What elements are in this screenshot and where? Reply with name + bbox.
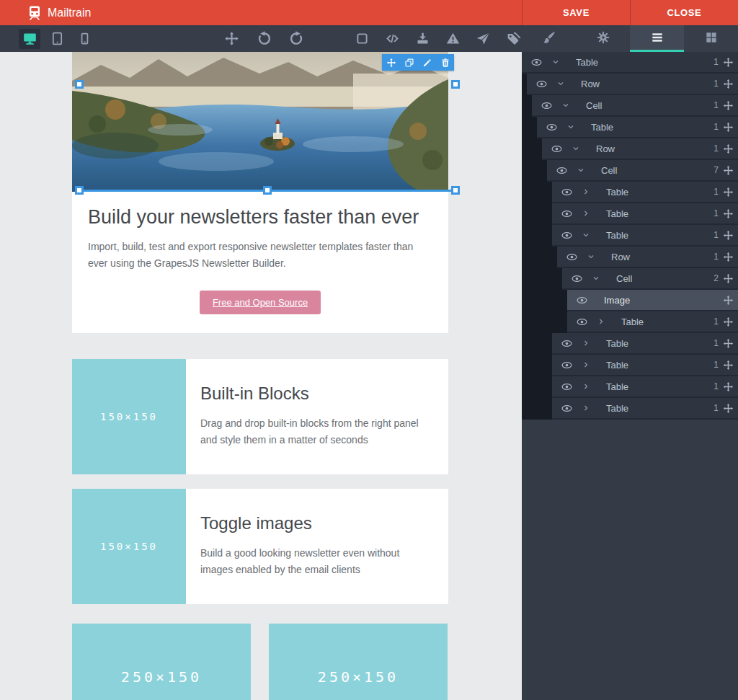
visibility-eye-icon[interactable] bbox=[561, 402, 573, 415]
layer-manager-button[interactable] bbox=[630, 25, 684, 52]
delete-component-button[interactable] bbox=[436, 54, 454, 71]
undo-button[interactable] bbox=[253, 29, 275, 49]
move-handle-icon[interactable] bbox=[723, 273, 734, 284]
move-handle-icon[interactable] bbox=[723, 360, 734, 371]
visibility-eye-icon[interactable] bbox=[571, 273, 583, 285]
layer-row-table[interactable]: Table1 bbox=[522, 225, 738, 247]
layer-row-cell[interactable]: Cell1 bbox=[522, 95, 738, 117]
layer-row-row[interactable]: Row1 bbox=[522, 138, 738, 160]
chevron-down-icon[interactable] bbox=[572, 144, 580, 153]
resize-handle-bottom-mid[interactable] bbox=[263, 186, 272, 195]
hero-image[interactable] bbox=[72, 52, 448, 192]
layer-row-table[interactable]: Table1 bbox=[522, 203, 738, 225]
device-tablet-button[interactable] bbox=[46, 29, 68, 49]
placeholder-image-250[interactable]: 250×150 bbox=[269, 624, 448, 700]
layer-row-table[interactable]: Table1 bbox=[522, 182, 738, 203]
placeholder-image-150[interactable]: 150×150 bbox=[72, 489, 186, 604]
settings-button[interactable] bbox=[576, 25, 630, 52]
layer-row-table[interactable]: Table1 bbox=[522, 355, 738, 376]
resize-handle-top-left[interactable] bbox=[75, 80, 84, 89]
chevron-right-icon[interactable] bbox=[582, 360, 590, 369]
visibility-eye-icon[interactable] bbox=[541, 99, 553, 112]
free-open-source-button[interactable]: Free and Open Source bbox=[200, 291, 321, 314]
visibility-eye-icon[interactable] bbox=[561, 337, 573, 350]
drag-mode-button[interactable] bbox=[221, 29, 242, 49]
chevron-down-icon[interactable] bbox=[577, 166, 585, 174]
chevron-down-icon[interactable] bbox=[587, 252, 595, 261]
move-handle-icon[interactable] bbox=[723, 57, 734, 68]
chevron-right-icon[interactable] bbox=[582, 382, 590, 391]
layer-row-table[interactable]: Table1 bbox=[522, 311, 738, 333]
move-handle-icon[interactable] bbox=[723, 252, 734, 262]
redo-button[interactable] bbox=[285, 29, 307, 49]
move-handle-icon[interactable] bbox=[723, 403, 734, 414]
block-manager-button[interactable] bbox=[684, 25, 738, 52]
placeholder-image-250[interactable]: 250×150 bbox=[72, 624, 251, 700]
import-template-button[interactable] bbox=[412, 29, 433, 49]
visibility-eye-icon[interactable] bbox=[556, 164, 568, 177]
chevron-right-icon[interactable] bbox=[597, 317, 605, 326]
visibility-eye-icon[interactable] bbox=[561, 359, 573, 371]
visibility-eye-icon[interactable] bbox=[566, 251, 578, 263]
card-text[interactable]: Build a good looking newsletter even wit… bbox=[200, 545, 431, 578]
hero-heading[interactable]: Build your newsletters faster than ever bbox=[88, 206, 432, 229]
copy-component-button[interactable] bbox=[400, 54, 418, 71]
move-handle-icon[interactable] bbox=[723, 338, 734, 349]
move-handle-icon[interactable] bbox=[723, 208, 734, 219]
layer-row-row[interactable]: Row1 bbox=[522, 247, 738, 268]
resize-handle-bottom-left[interactable] bbox=[75, 186, 84, 195]
visibility-eye-icon[interactable] bbox=[551, 143, 563, 155]
chevron-down-icon[interactable] bbox=[551, 58, 560, 66]
chevron-down-icon[interactable] bbox=[556, 79, 565, 88]
save-button[interactable]: SAVE bbox=[522, 0, 630, 25]
move-handle-icon[interactable] bbox=[723, 295, 734, 306]
card-title[interactable]: Toggle images bbox=[200, 513, 431, 533]
hero-paragraph[interactable]: Import, build, test and export responsiv… bbox=[88, 239, 427, 272]
layer-row-cell[interactable]: Cell7 bbox=[522, 160, 738, 182]
visibility-eye-icon[interactable] bbox=[576, 316, 588, 328]
chevron-right-icon[interactable] bbox=[582, 187, 590, 196]
chevron-right-icon[interactable] bbox=[582, 404, 590, 412]
chevron-right-icon[interactable] bbox=[582, 339, 590, 347]
merge-tags-button[interactable] bbox=[502, 29, 524, 49]
layer-row-row[interactable]: Row1 bbox=[522, 74, 738, 95]
move-handle-icon[interactable] bbox=[723, 122, 734, 133]
visibility-eye-icon[interactable] bbox=[561, 186, 573, 198]
validate-button[interactable] bbox=[442, 29, 463, 49]
move-handle-icon[interactable] bbox=[723, 316, 734, 327]
move-handle-icon[interactable] bbox=[723, 230, 734, 241]
move-component-button[interactable] bbox=[382, 54, 400, 71]
chevron-down-icon[interactable] bbox=[582, 231, 590, 239]
edit-component-button[interactable] bbox=[418, 54, 436, 71]
chevron-down-icon[interactable] bbox=[561, 101, 570, 110]
resize-handle-top-right[interactable] bbox=[451, 80, 460, 89]
device-desktop-button[interactable] bbox=[19, 29, 40, 49]
chevron-right-icon[interactable] bbox=[582, 209, 590, 218]
device-mobile-button[interactable] bbox=[74, 29, 95, 49]
layer-row-table[interactable]: Table1 bbox=[522, 52, 738, 74]
visibility-eye-icon[interactable] bbox=[530, 56, 543, 68]
move-handle-icon[interactable] bbox=[723, 79, 734, 89]
visibility-eye-icon[interactable] bbox=[561, 208, 573, 220]
style-manager-button[interactable] bbox=[522, 25, 576, 52]
close-button[interactable]: CLOSE bbox=[630, 0, 738, 25]
layer-row-cell[interactable]: Cell2 bbox=[522, 268, 738, 290]
visibility-eye-icon[interactable] bbox=[561, 229, 573, 242]
move-handle-icon[interactable] bbox=[723, 165, 734, 176]
layer-row-image[interactable]: Image bbox=[522, 290, 738, 311]
card-text[interactable]: Drag and drop built-in blocks from the r… bbox=[200, 415, 431, 448]
chevron-down-icon[interactable] bbox=[566, 123, 575, 131]
visibility-eye-icon[interactable] bbox=[546, 121, 558, 133]
view-code-button[interactable] bbox=[381, 29, 403, 49]
layer-row-table[interactable]: Table1 bbox=[522, 117, 738, 138]
placeholder-image-150[interactable]: 150×150 bbox=[72, 359, 186, 474]
resize-handle-bottom-right[interactable] bbox=[451, 186, 460, 195]
toggle-borders-button[interactable] bbox=[351, 29, 373, 49]
card-title[interactable]: Built-in Blocks bbox=[200, 384, 431, 404]
move-handle-icon[interactable] bbox=[723, 143, 734, 154]
layer-row-table[interactable]: Table1 bbox=[522, 376, 738, 398]
visibility-eye-icon[interactable] bbox=[576, 294, 588, 306]
send-test-button[interactable] bbox=[472, 29, 494, 49]
move-handle-icon[interactable] bbox=[723, 381, 734, 392]
layer-row-table[interactable]: Table1 bbox=[522, 398, 738, 420]
